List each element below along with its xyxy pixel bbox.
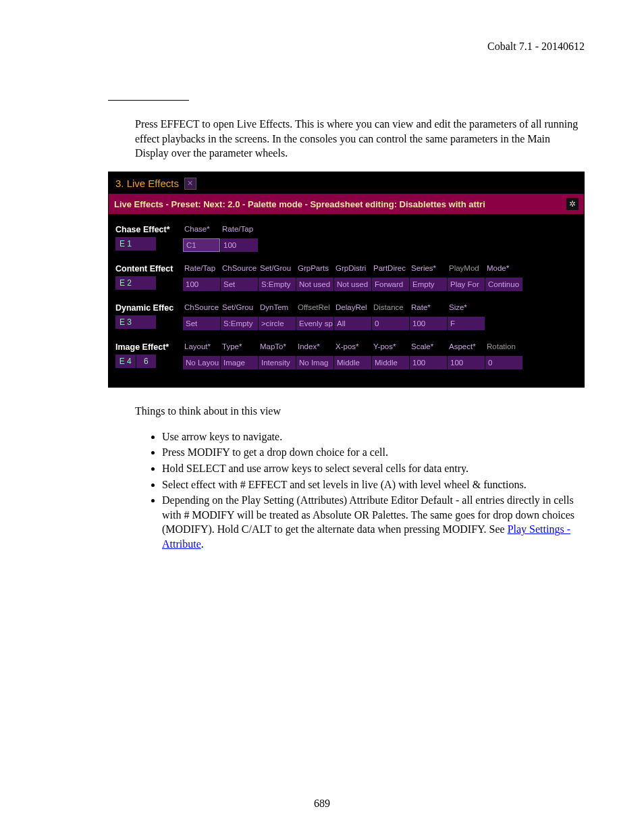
cell[interactable]: 100: [183, 278, 220, 291]
close-icon[interactable]: ✕: [184, 178, 196, 190]
column-header: Mode*: [485, 264, 523, 276]
column: Y-pos*Middle: [372, 342, 410, 369]
screenshot-body: Chase Effect* E 1 Chase*C1Rate/Tap100 Co…: [109, 214, 584, 387]
column-header: Type*: [221, 342, 259, 355]
column-header: PartDirec: [372, 264, 410, 276]
cell[interactable]: S:Empty: [221, 317, 258, 330]
list-item: Press MODIFY to get a drop down choice f…: [162, 445, 585, 460]
cell[interactable]: Forward: [372, 278, 409, 291]
cell[interactable]: 0: [485, 356, 522, 369]
content-columns: Rate/Tap100ChSourceSetSet/GrouS:EmptyGrp…: [183, 264, 577, 291]
cell[interactable]: Intensity: [259, 356, 296, 369]
list-item: Select effect with # EFFECT and set leve…: [162, 477, 585, 492]
column-header: Rotation: [485, 342, 523, 355]
cell[interactable]: Set: [183, 317, 220, 330]
column: Type*Image: [221, 342, 259, 369]
column: Chase*C1: [183, 225, 221, 252]
slot-image-b: 6: [136, 355, 157, 368]
column: X-pos*Middle: [334, 342, 372, 369]
tab-live-effects[interactable]: 3. Live Effects ✕: [115, 178, 196, 190]
cell[interactable]: Set: [221, 278, 258, 291]
column-header: Rate/Tap: [183, 264, 221, 276]
row-content: Content Effect E 2 Rate/Tap100ChSourceSe…: [115, 264, 577, 291]
column-header: Rate/Tap: [221, 225, 259, 237]
column-header: X-pos*: [334, 342, 372, 355]
column-header: Layout*: [183, 342, 221, 355]
column: PartDirecForward: [372, 264, 410, 291]
cell[interactable]: F: [448, 317, 485, 330]
cell[interactable]: 100: [448, 356, 485, 369]
slot-dynamic[interactable]: E 3: [115, 315, 156, 329]
title-bar-text: Live Effects - Preset: Next: 2.0 - Palet…: [114, 199, 485, 209]
dynamic-columns: ChSourceSetSet/GrouS:EmptyDynTem>circleO…: [183, 303, 577, 330]
column: ChSourceSet: [221, 264, 259, 291]
row-chase: Chase Effect* E 1 Chase*C1Rate/Tap100: [115, 225, 577, 252]
cell[interactable]: Not used: [334, 278, 371, 291]
column: Rate*100: [410, 303, 448, 330]
cell[interactable]: Middle: [372, 356, 409, 369]
column-header: GrpDistri: [334, 264, 372, 276]
column-header: OffsetRel: [296, 303, 334, 315]
section-rule: [108, 100, 189, 101]
column-header: Set/Grou: [221, 303, 259, 315]
after-heading: Things to think about in this view: [135, 404, 585, 419]
tab-bar: 3. Live Effects ✕: [109, 172, 584, 194]
column: Size*F: [448, 303, 485, 330]
row-dynamic: Dynamic Effec E 3 ChSourceSetSet/GrouS:E…: [115, 303, 577, 330]
slot-image[interactable]: E 4 6: [115, 355, 156, 368]
cell[interactable]: S:Empty: [259, 278, 296, 291]
column-header: Scale*: [410, 342, 448, 355]
cell[interactable]: No Imag: [296, 356, 333, 369]
column-header: Index*: [296, 342, 334, 355]
column: Set/GrouS:Empty: [259, 264, 296, 291]
cell[interactable]: Play For: [448, 278, 485, 291]
cell[interactable]: No Layou: [183, 356, 220, 369]
column-header: DelayRel: [334, 303, 372, 315]
cell[interactable]: All: [334, 317, 371, 330]
page-header: Cobalt 7.1 - 20140612: [108, 41, 585, 53]
column-header: Aspect*: [448, 342, 485, 355]
column: Index*No Imag: [296, 342, 334, 369]
tips-list: Use arrow keys to navigate. Press MODIFY…: [162, 429, 585, 552]
cell[interactable]: Image: [221, 356, 258, 369]
cell[interactable]: 100: [410, 317, 447, 330]
cell[interactable]: Middle: [334, 356, 371, 369]
label-image: Image Effect*: [115, 342, 183, 352]
gear-icon[interactable]: ✲: [566, 198, 579, 210]
cell[interactable]: >circle: [259, 317, 296, 330]
cell[interactable]: C1: [183, 238, 220, 252]
column: OffsetRelEvenly sp: [296, 303, 334, 330]
slot-chase[interactable]: E 1: [115, 237, 156, 251]
column: DynTem>circle: [259, 303, 296, 330]
row-image: Image Effect* E 4 6 Layout*No LayouType*…: [115, 342, 577, 369]
column-header: DynTem: [259, 303, 296, 315]
column: MapTo*Intensity: [259, 342, 296, 369]
intro-paragraph: Press EFFECT to open Live Effects. This …: [135, 117, 585, 161]
column: Rate/Tap100: [221, 225, 259, 252]
slot-content[interactable]: E 2: [115, 276, 156, 290]
column-header: Size*: [448, 303, 485, 315]
cell[interactable]: 100: [410, 356, 447, 369]
cell[interactable]: 0: [372, 317, 409, 330]
title-bar: Live Effects - Preset: Next: 2.0 - Palet…: [109, 194, 584, 214]
column: DelayRelAll: [334, 303, 372, 330]
screenshot-live-effects: 3. Live Effects ✕ Live Effects - Preset:…: [108, 172, 585, 388]
label-content: Content Effect: [115, 264, 183, 273]
cell[interactable]: Continuo: [485, 278, 522, 291]
column: GrpDistriNot used: [334, 264, 372, 291]
column-header: ChSource: [221, 264, 259, 276]
column-header: GrpParts: [296, 264, 334, 276]
column: Set/GrouS:Empty: [221, 303, 259, 330]
column: ChSourceSet: [183, 303, 221, 330]
list-item: Use arrow keys to navigate.: [162, 429, 585, 444]
column: Layout*No Layou: [183, 342, 221, 369]
column-header: Y-pos*: [372, 342, 410, 355]
cell[interactable]: 100: [221, 238, 258, 252]
column: Rate/Tap100: [183, 264, 221, 291]
column-header: Rate*: [410, 303, 448, 315]
cell[interactable]: Not used: [296, 278, 333, 291]
cell[interactable]: Empty: [410, 278, 447, 291]
cell[interactable]: Evenly sp: [296, 317, 333, 330]
column-header: ChSource: [183, 303, 221, 315]
column: Distance0: [372, 303, 410, 330]
